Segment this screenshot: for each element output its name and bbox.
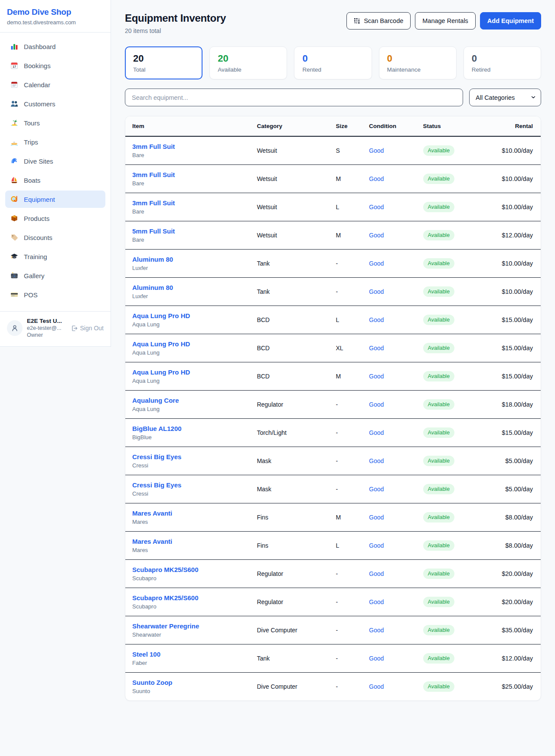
condition-cell: Good	[362, 250, 416, 278]
page-title: Equipment Inventory	[125, 12, 226, 24]
sidebar-item[interactable]: Boats	[5, 171, 105, 189]
table-header-row: Item Category Size Condition Status Rent…	[125, 116, 541, 136]
item-name-link[interactable]: Aluminum 80	[132, 284, 173, 291]
status-badge: Available	[423, 202, 455, 212]
item-brand: Bare	[132, 208, 243, 215]
add-equipment-button[interactable]: Add Equipment	[480, 12, 541, 30]
item-name-link[interactable]: Shearwater Peregrine	[132, 622, 199, 630]
item-name-link[interactable]: Aqua Lung Pro HD	[132, 368, 190, 376]
condition-link[interactable]: Good	[369, 598, 384, 605]
item-cell: Steel 100 Faber	[125, 644, 250, 673]
size-cell: -	[329, 391, 362, 419]
condition-link[interactable]: Good	[369, 542, 384, 549]
sidebar-item-label: Products	[24, 215, 49, 222]
sidebar-item[interactable]: Calendar	[5, 76, 105, 93]
status-cell: Available	[416, 334, 483, 362]
stat-value: 20	[218, 53, 279, 64]
item-name-link[interactable]: 3mm Full Suit	[132, 199, 175, 207]
condition-link[interactable]: Good	[369, 655, 384, 662]
sidebar-item[interactable]: Trips	[5, 133, 105, 151]
item-name-link[interactable]: Aqua Lung Pro HD	[132, 312, 190, 319]
sidebar-item[interactable]: Equipment	[5, 191, 105, 208]
sidebar-item-icon	[10, 214, 18, 222]
condition-link[interactable]: Good	[369, 345, 384, 352]
item-name-link[interactable]: Aqualung Core	[132, 397, 179, 404]
item-name-link[interactable]: Aqua Lung Pro HD	[132, 340, 190, 348]
item-name-link[interactable]: 3mm Full Suit	[132, 143, 175, 150]
condition-link[interactable]: Good	[369, 570, 384, 577]
status-badge: Available	[423, 286, 455, 297]
item-name-link[interactable]: 3mm Full Suit	[132, 171, 175, 178]
status-cell: Available	[416, 447, 483, 475]
condition-link[interactable]: Good	[369, 316, 384, 323]
condition-link[interactable]: Good	[369, 683, 384, 690]
sidebar-item-label: Equipment	[24, 196, 55, 203]
item-name-link[interactable]: Scubapro MK25/S600	[132, 566, 199, 573]
item-name-link[interactable]: Mares Avanti	[132, 538, 172, 545]
item-name-link[interactable]: Mares Avanti	[132, 509, 172, 517]
stat-card[interactable]: 0 Maintenance	[379, 46, 457, 79]
search-input[interactable]	[125, 89, 463, 106]
item-name-link[interactable]: Cressi Big Eyes	[132, 453, 181, 460]
sidebar-item[interactable]: Bookings	[5, 57, 105, 74]
sidebar-item-icon	[10, 233, 18, 241]
sidebar-item[interactable]: POS	[5, 286, 105, 303]
header-actions: Scan Barcode Manage Rentals Add Equipmen…	[346, 12, 541, 30]
equipment-table-card: Item Category Size Condition Status Rent…	[125, 116, 541, 701]
status-badge: Available	[423, 399, 455, 410]
item-cell: Suunto Zoop Suunto	[125, 673, 250, 701]
item-cell: Aqua Lung Pro HD Aqua Lung	[125, 362, 250, 391]
item-name-link[interactable]: Cressi Big Eyes	[132, 481, 181, 489]
sidebar-item[interactable]: Dashboard	[5, 38, 105, 55]
category-cell: Wetsuit	[250, 193, 329, 221]
condition-cell: Good	[362, 221, 416, 250]
table-row: Aqualung Core Aqua Lung Regulator - Good…	[125, 391, 541, 419]
stat-card[interactable]: 0 Retired	[464, 46, 541, 79]
condition-link[interactable]: Good	[369, 147, 384, 154]
item-name-link[interactable]: Aluminum 80	[132, 256, 173, 263]
item-name-link[interactable]: Steel 100	[132, 651, 160, 658]
stat-card[interactable]: 0 Rented	[294, 46, 372, 79]
status-cell: Available	[416, 503, 483, 532]
condition-link[interactable]: Good	[369, 204, 384, 210]
condition-link[interactable]: Good	[369, 627, 384, 634]
sidebar-item[interactable]: Products	[5, 210, 105, 227]
page-header: Equipment Inventory 20 items total Scan …	[125, 12, 541, 34]
condition-link[interactable]: Good	[369, 401, 384, 408]
item-name-link[interactable]: Suunto Zoop	[132, 679, 172, 686]
stat-card[interactable]: 20 Available	[209, 46, 287, 79]
item-name-link[interactable]: BigBlue AL1200	[132, 425, 182, 432]
condition-link[interactable]: Good	[369, 260, 384, 267]
item-name-link[interactable]: Scubapro MK25/S600	[132, 594, 199, 602]
category-cell: Fins	[250, 503, 329, 532]
condition-link[interactable]: Good	[369, 175, 384, 182]
sidebar-item[interactable]: Discounts	[5, 229, 105, 246]
condition-link[interactable]: Good	[369, 514, 384, 521]
sidebar-item[interactable]: Dive Sites	[5, 152, 105, 170]
sidebar-item[interactable]: Tours	[5, 114, 105, 131]
condition-link[interactable]: Good	[369, 373, 384, 380]
condition-link[interactable]: Good	[369, 288, 384, 295]
condition-link[interactable]: Good	[369, 457, 384, 464]
shop-name: Demo Dive Shop	[7, 7, 104, 17]
sidebar-item[interactable]: Training	[5, 248, 105, 265]
sidebar-item-label: Customers	[24, 100, 56, 108]
condition-link[interactable]: Good	[369, 232, 384, 239]
condition-cell: Good	[362, 616, 416, 644]
item-name-link[interactable]: 5mm Full Suit	[132, 227, 175, 235]
user-email: e2e-tester@...	[27, 325, 62, 332]
scan-barcode-button[interactable]: Scan Barcode	[346, 12, 411, 30]
category-select[interactable]: All Categories	[469, 89, 541, 106]
sidebar-item-label: POS	[24, 291, 38, 299]
condition-link[interactable]: Good	[369, 486, 384, 493]
sidebar-item[interactable]: Customers	[5, 95, 105, 112]
item-cell: 3mm Full Suit Bare	[125, 193, 250, 221]
condition-link[interactable]: Good	[369, 429, 384, 436]
item-brand: Mares	[132, 519, 243, 525]
status-badge: Available	[423, 174, 455, 184]
manage-rentals-button[interactable]: Manage Rentals	[415, 12, 476, 30]
sign-out-button[interactable]: Sign Out	[71, 325, 104, 332]
sidebar-item[interactable]: Gallery	[5, 267, 105, 284]
column-header-category: Category	[250, 116, 329, 136]
stat-card[interactable]: 20 Total	[125, 46, 202, 79]
